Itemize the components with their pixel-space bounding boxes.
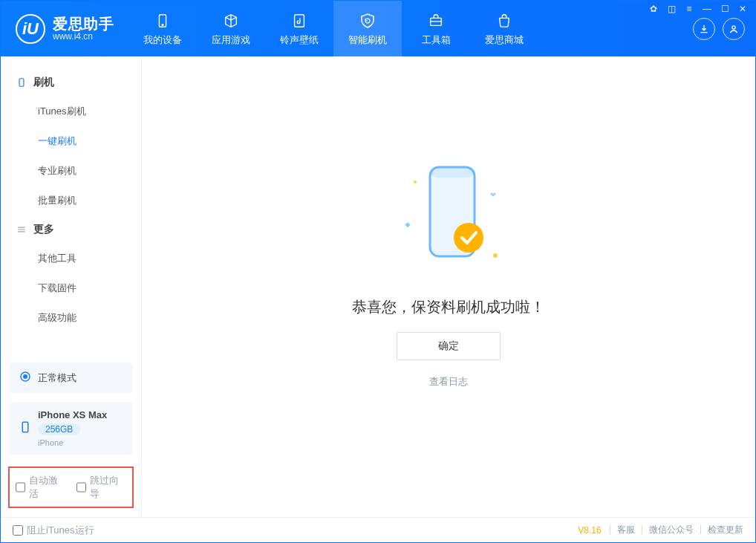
sidebar-item-advanced[interactable]: 高级功能 <box>1 303 141 333</box>
checkbox-auto-activate[interactable]: 自动激活 <box>16 474 66 501</box>
svg-rect-13 <box>430 167 475 178</box>
sidebar-item-batch-flash[interactable]: 批量刷机 <box>1 186 141 215</box>
brand-url: www.i4.cn <box>53 32 114 42</box>
tab-label: 我的设备 <box>143 33 182 47</box>
downloads-button[interactable] <box>693 18 715 40</box>
titlebar-right <box>693 18 749 40</box>
tab-label: 应用游戏 <box>212 33 250 47</box>
sidebar-item-pro-flash[interactable]: 专业刷机 <box>1 156 141 186</box>
sys-close-icon[interactable]: ✕ <box>736 4 749 14</box>
body: 刷机 iTunes刷机 一键刷机 专业刷机 批量刷机 更多 其他工具 下载固件 … <box>1 56 755 517</box>
toolbox-icon <box>426 11 446 30</box>
device-card[interactable]: iPhone XS Max 256GB iPhone <box>10 402 132 455</box>
sys-feedback-icon[interactable]: ✿ <box>647 4 660 14</box>
device-storage-badge: 256GB <box>38 423 80 435</box>
tab-label: 工具箱 <box>422 33 451 47</box>
sidebar-group-title: 刷机 <box>33 76 54 89</box>
tab-label: 铃声壁纸 <box>280 33 319 47</box>
sidebar-group-title: 更多 <box>33 223 54 236</box>
sys-skin-icon[interactable]: ◫ <box>665 4 678 14</box>
footer-links: | 客服 | 微信公众号 | 检查更新 <box>609 524 743 536</box>
brand-logo-icon: iU <box>16 14 45 44</box>
main-content: 恭喜您，保资料刷机成功啦！ 确定 查看日志 <box>142 56 755 517</box>
checkbox-label: 自动激活 <box>29 474 65 501</box>
tab-toolbox[interactable]: 工具箱 <box>402 1 470 56</box>
confirm-button[interactable]: 确定 <box>397 332 501 360</box>
sidebar-item-itunes-flash[interactable]: iTunes刷机 <box>1 97 141 126</box>
tab-label: 智能刷机 <box>348 33 387 47</box>
svg-point-7 <box>24 375 27 379</box>
phone-icon <box>16 77 27 88</box>
footer-link-update[interactable]: 检查更新 <box>708 524 743 536</box>
tab-smart-flash[interactable]: 智能刷机 <box>333 1 402 56</box>
tab-my-device[interactable]: 我的设备 <box>128 1 197 56</box>
main-tabs: 我的设备 应用游戏 铃声壁纸 智能刷机 工具箱 <box>128 1 538 56</box>
tab-apps-games[interactable]: 应用游戏 <box>197 1 265 56</box>
sidebar-item-oneclick-flash[interactable]: 一键刷机 <box>1 126 141 156</box>
cube-icon <box>221 11 241 30</box>
sys-menu-icon[interactable]: ≡ <box>682 4 696 14</box>
tab-store[interactable]: 爱思商城 <box>470 1 538 56</box>
list-icon <box>16 224 27 235</box>
footer-link-support[interactable]: 客服 <box>617 524 635 536</box>
footer-link-wechat[interactable]: 微信公众号 <box>649 524 694 536</box>
svg-rect-2 <box>295 14 304 27</box>
device-icon <box>19 420 32 436</box>
brand-name: 爱思助手 <box>53 16 114 32</box>
svg-point-4 <box>732 25 735 28</box>
svg-point-14 <box>454 223 483 253</box>
sidebar-item-other-tools[interactable]: 其他工具 <box>1 244 141 273</box>
svg-rect-5 <box>19 79 24 87</box>
sys-maximize-icon[interactable]: ☐ <box>718 4 731 14</box>
mode-icon <box>19 370 32 386</box>
checkbox-label: 阻止iTunes运行 <box>27 524 94 537</box>
success-illustration <box>393 156 504 282</box>
bag-icon <box>495 11 514 30</box>
checkbox-input[interactable] <box>16 482 25 492</box>
svg-rect-8 <box>22 422 28 432</box>
svg-point-1 <box>162 24 163 25</box>
statusbar: 阻止iTunes运行 V8.16 | 客服 | 微信公众号 | 检查更新 <box>1 517 755 542</box>
music-file-icon <box>290 11 309 30</box>
svg-rect-10 <box>405 222 410 227</box>
checkbox-input[interactable] <box>76 482 86 492</box>
success-text: 恭喜您，保资料刷机成功啦！ <box>352 297 545 317</box>
device-name: iPhone XS Max <box>38 409 107 420</box>
device-icon <box>153 11 172 30</box>
sidebar: 刷机 iTunes刷机 一键刷机 专业刷机 批量刷机 更多 其他工具 下载固件 … <box>1 56 142 517</box>
checkbox-input[interactable] <box>13 525 23 536</box>
sidebar-group-more: 更多 <box>1 215 141 244</box>
shield-refresh-icon <box>358 11 377 30</box>
tab-ringtone-wallpaper[interactable]: 铃声壁纸 <box>265 1 333 56</box>
account-button[interactable] <box>723 18 745 40</box>
window-system-icons: ✿ ◫ ≡ — ☐ ✕ <box>647 4 749 14</box>
version-label: V8.16 <box>578 525 601 536</box>
mode-card[interactable]: 正常模式 <box>10 362 132 393</box>
brand: iU 爱思助手 www.i4.cn <box>16 14 114 44</box>
sidebar-item-download-firmware[interactable]: 下载固件 <box>1 273 141 303</box>
sidebar-group-flash: 刷机 <box>1 68 141 97</box>
svg-point-9 <box>414 181 417 183</box>
sys-minimize-icon[interactable]: — <box>700 4 714 14</box>
flash-options-highlight: 自动激活 跳过向导 <box>8 466 134 508</box>
titlebar: ✿ ◫ ≡ — ☐ ✕ iU 爱思助手 www.i4.cn 我的设备 应用游戏 <box>1 1 755 56</box>
checkbox-label: 跳过向导 <box>90 474 126 501</box>
checkbox-block-itunes[interactable]: 阻止iTunes运行 <box>13 524 94 537</box>
tab-label: 爱思商城 <box>485 33 524 47</box>
device-type: iPhone <box>38 438 63 447</box>
view-log-link[interactable]: 查看日志 <box>429 375 468 388</box>
checkbox-skip-guide[interactable]: 跳过向导 <box>76 474 127 501</box>
mode-label: 正常模式 <box>38 371 76 385</box>
svg-point-11 <box>493 253 498 258</box>
